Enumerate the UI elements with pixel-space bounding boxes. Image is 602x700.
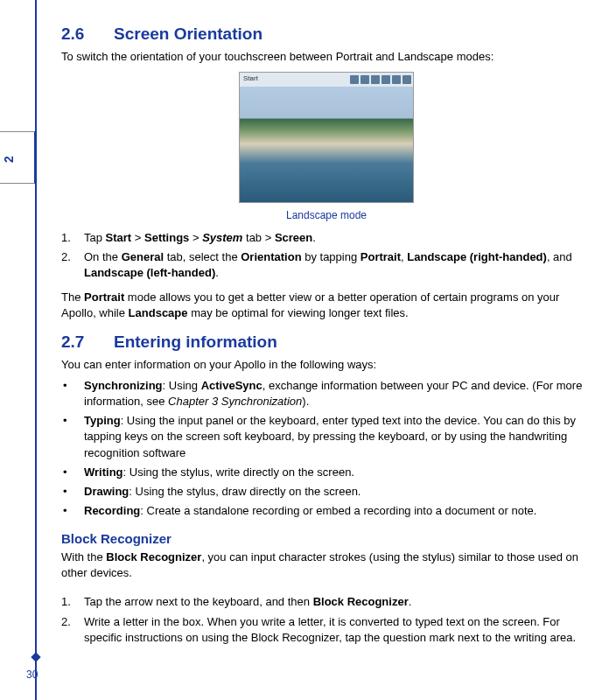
bullet-icon: • <box>61 484 84 500</box>
mock-device-screenshot: Start <box>239 72 414 203</box>
mock-status-icon <box>350 75 359 84</box>
step-item: 1. Tap the arrow next to the keyboard, a… <box>61 594 592 610</box>
chapter-tab-number: 2 <box>2 156 16 163</box>
step-number: 2. <box>61 614 84 646</box>
step-number: 2. <box>61 249 84 281</box>
diamond-ornament <box>31 652 40 662</box>
steps-block-recognizer: 1. Tap the arrow next to the keyboard, a… <box>61 594 592 646</box>
page-content: 2.6Screen Orientation To switch the orie… <box>61 0 592 646</box>
vertical-rule <box>35 0 37 700</box>
step-item: 2. Write a letter in the box. When you w… <box>61 614 592 646</box>
list-text: Writing: Using the stylus, write directl… <box>84 465 592 480</box>
section-number: 2.7 <box>61 332 114 352</box>
step-text: Tap the arrow next to the keyboard, and … <box>84 594 592 610</box>
bullet-icon: • <box>61 503 84 519</box>
figure-landscape-mode: Start <box>61 72 592 206</box>
step-text: On the General tab, select the Orientati… <box>84 249 592 281</box>
figure-caption: Landscape mode <box>61 209 592 221</box>
step-item: 2. On the General tab, select the Orient… <box>61 249 592 281</box>
list-text: Typing: Using the input panel or the key… <box>84 413 592 461</box>
list-item: • Synchronizing: Using ActiveSync, excha… <box>61 378 592 410</box>
steps-2-6: 1. Tap Start > Settings > System tab > S… <box>61 230 592 282</box>
list-text: Recording: Create a standalone recording… <box>84 503 592 519</box>
ways-list: • Synchronizing: Using ActiveSync, excha… <box>61 378 592 520</box>
step-number: 1. <box>61 230 84 246</box>
section-title: Entering information <box>114 332 277 351</box>
bullet-icon: • <box>61 465 84 480</box>
section-heading-2-6: 2.6Screen Orientation <box>61 24 592 44</box>
step-text: Write a letter in the box. When you writ… <box>84 614 592 646</box>
mock-status-icon <box>402 75 411 84</box>
list-item: • Typing: Using the input panel or the k… <box>61 413 592 461</box>
section-title: Screen Orientation <box>114 24 262 43</box>
mock-taskbar: Start <box>240 73 413 87</box>
page-number: 30 <box>26 668 38 681</box>
mock-status-icon <box>392 75 401 84</box>
bullet-icon: • <box>61 413 84 461</box>
section-2-7-intro: You can enter information on your Apollo… <box>61 357 592 373</box>
mock-status-icon <box>382 75 390 84</box>
section-2-6-intro: To switch the orientation of your touchs… <box>61 49 592 65</box>
list-item: • Recording: Create a standalone recordi… <box>61 503 592 519</box>
step-text: Tap Start > Settings > System tab > Scre… <box>84 230 592 246</box>
subheading-block-recognizer: Block Recognizer <box>61 531 592 546</box>
list-text: Drawing: Using the stylus, draw directly… <box>84 484 592 500</box>
list-item: • Drawing: Using the stylus, draw direct… <box>61 484 592 500</box>
left-margin: 2 30 <box>0 0 42 700</box>
bullet-icon: • <box>61 378 84 410</box>
step-number: 1. <box>61 594 84 610</box>
list-item: • Writing: Using the stylus, write direc… <box>61 465 592 480</box>
section-heading-2-7: 2.7Entering information <box>61 332 592 352</box>
para-portrait-landscape: The Portrait mode allows you to get a be… <box>61 290 592 320</box>
section-number: 2.6 <box>61 24 114 44</box>
list-text: Synchronizing: Using ActiveSync, exchang… <box>84 378 592 410</box>
para-block-recognizer: With the Block Recognizer, you can input… <box>61 550 592 580</box>
mock-start-label: Start <box>243 74 258 82</box>
mock-status-icon <box>371 75 380 84</box>
step-item: 1. Tap Start > Settings > System tab > S… <box>61 230 592 246</box>
mock-status-icon <box>360 75 369 84</box>
